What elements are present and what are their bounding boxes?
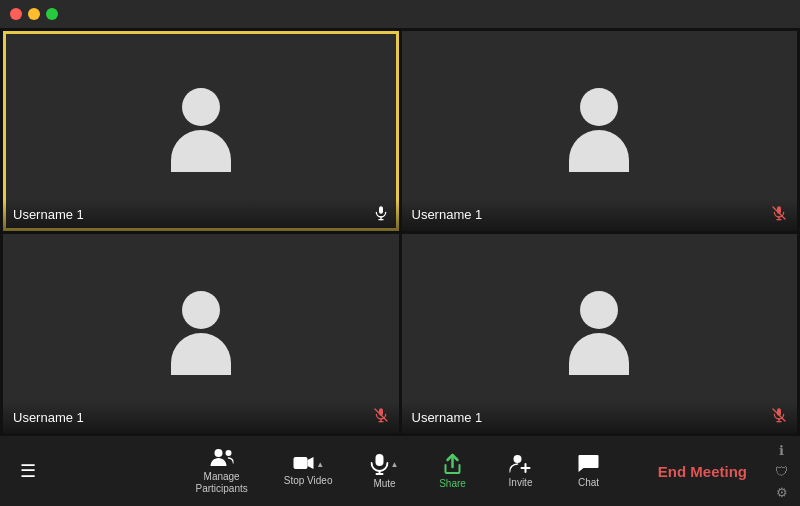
- video-dropdown-arrow: ▲: [316, 460, 324, 469]
- mic-off-icon-2: [771, 205, 787, 225]
- avatar-head-3: [182, 291, 220, 329]
- shield-icon[interactable]: 🛡: [775, 464, 788, 479]
- username-4: Username 1: [412, 410, 483, 425]
- svg-rect-0: [379, 206, 383, 213]
- avatar-3: [161, 291, 241, 376]
- chat-label: Chat: [578, 477, 599, 489]
- avatar-1: [161, 88, 241, 173]
- avatar-icon-3: [161, 291, 241, 376]
- toolbar: ☰ ManageParticipants: [0, 436, 800, 506]
- mute-dropdown-arrow: ▲: [391, 460, 399, 469]
- info-icon[interactable]: ℹ: [775, 443, 788, 458]
- username-2: Username 1: [412, 207, 483, 222]
- minimize-button[interactable]: [28, 8, 40, 20]
- hamburger-menu-button[interactable]: ☰: [12, 452, 44, 490]
- avatar-icon-4: [559, 291, 639, 376]
- toolbar-right: End Meeting ℹ 🛡 ⚙: [646, 443, 788, 500]
- username-3: Username 1: [13, 410, 84, 425]
- traffic-lights: [10, 8, 58, 20]
- manage-participants-label: ManageParticipants: [196, 471, 248, 495]
- end-meeting-button[interactable]: End Meeting: [646, 455, 759, 488]
- video-icon: ▲: [292, 456, 324, 472]
- mic-off-icon-4: [771, 407, 787, 427]
- settings-icon[interactable]: ⚙: [775, 485, 788, 500]
- avatar-2: [559, 88, 639, 173]
- username-bar-3: Username 1: [3, 401, 399, 433]
- manage-participants-button[interactable]: ManageParticipants: [182, 442, 262, 501]
- share-button[interactable]: Share: [423, 447, 483, 496]
- chat-button[interactable]: Chat: [559, 448, 619, 495]
- stop-video-button[interactable]: ▲ Stop Video: [270, 450, 347, 493]
- video-tile-4: Username 1: [402, 234, 798, 434]
- mute-label: Mute: [373, 478, 395, 490]
- share-label: Share: [439, 478, 466, 490]
- close-button[interactable]: [10, 8, 22, 20]
- avatar-icon-2: [559, 88, 639, 173]
- toolbar-side-icons: ℹ 🛡 ⚙: [775, 443, 788, 500]
- svg-point-16: [226, 450, 232, 456]
- avatar-head-1: [182, 88, 220, 126]
- avatar-body-2: [569, 130, 629, 172]
- username-bar-2: Username 1: [402, 199, 798, 231]
- svg-point-15: [215, 449, 223, 457]
- video-grid: Username 1 Username 1: [0, 28, 800, 436]
- mic-off-icon-3: [373, 407, 389, 427]
- video-tile-3: Username 1: [3, 234, 399, 434]
- video-tile-2: Username 1: [402, 31, 798, 231]
- stop-video-label: Stop Video: [284, 475, 333, 487]
- mic-on-icon-1: [373, 205, 389, 225]
- avatar-icon-1: [161, 88, 241, 173]
- title-bar: [0, 0, 800, 28]
- username-bar-4: Username 1: [402, 401, 798, 433]
- mute-button[interactable]: ▲ Mute: [355, 447, 415, 496]
- invite-icon: [510, 454, 532, 474]
- invite-button[interactable]: Invite: [491, 448, 551, 495]
- avatar-body-1: [171, 130, 231, 172]
- avatar-body-4: [569, 333, 629, 375]
- toolbar-center: ManageParticipants ▲ Stop Video: [182, 442, 619, 501]
- invite-label: Invite: [509, 477, 533, 489]
- svg-rect-17: [293, 457, 307, 469]
- avatar-head-4: [580, 291, 618, 329]
- share-icon: [442, 453, 464, 475]
- video-tile-1: Username 1: [3, 31, 399, 231]
- toolbar-left: ☰: [12, 452, 44, 490]
- svg-point-22: [514, 455, 522, 463]
- maximize-button[interactable]: [46, 8, 58, 20]
- chat-icon: [578, 454, 600, 474]
- username-1: Username 1: [13, 207, 84, 222]
- mute-icon: ▲: [371, 453, 399, 475]
- avatar-head-2: [580, 88, 618, 126]
- participants-icon: [210, 448, 234, 468]
- svg-marker-18: [307, 457, 313, 469]
- avatar-body-3: [171, 333, 231, 375]
- username-bar-1: Username 1: [3, 199, 399, 231]
- avatar-4: [559, 291, 639, 376]
- svg-rect-19: [376, 454, 384, 466]
